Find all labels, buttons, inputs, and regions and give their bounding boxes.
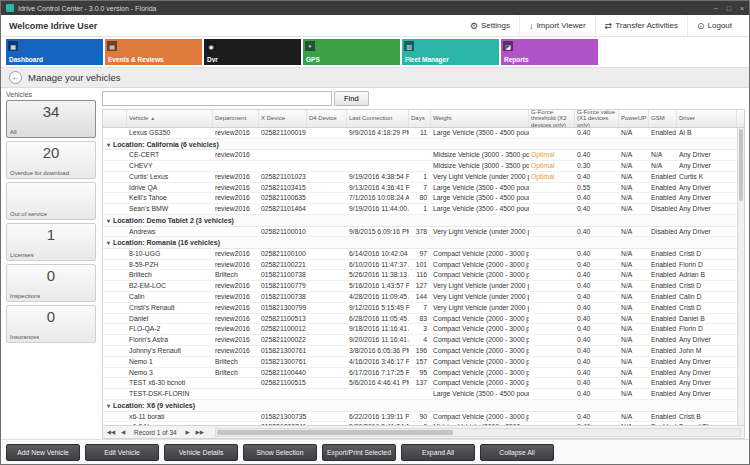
- group-row[interactable]: ▾Location: California (6 vehicles): [103, 139, 737, 151]
- column-header-g-force-value-x1-devices-only-[interactable]: G-Force value (X1 devices only): [575, 110, 619, 127]
- tab-gps[interactable]: ⌖GPS: [303, 39, 400, 65]
- logout-button[interactable]: ⊙Logout: [687, 15, 741, 36]
- export-print-selected-button[interactable]: Export/Print Selected: [322, 444, 396, 461]
- column-header-x-device[interactable]: X Device: [259, 110, 307, 127]
- cell-gforce-value: 0.40: [575, 412, 619, 422]
- column-header-d4-device[interactable]: D4 Device: [307, 110, 347, 127]
- table-row[interactable]: Florin's Astrareview20160258211000229/20…: [103, 335, 737, 346]
- table-row[interactable]: Kelli's Tahoereview20160258211006357/1/2…: [103, 193, 737, 204]
- column-header-department[interactable]: Department: [213, 110, 259, 127]
- vehicles-card-insurances[interactable]: 0Insurances: [6, 305, 96, 343]
- tab-reports[interactable]: ◪Reports: [501, 39, 598, 65]
- table-row[interactable]: 8-59-PZHreview20160258211002216/10/2016 …: [103, 260, 737, 271]
- collapse-arrow-icon[interactable]: ▾: [107, 217, 110, 224]
- cell-indent: [103, 335, 127, 345]
- minimize-icon[interactable]: −: [714, 5, 718, 12]
- cell-department: [213, 389, 259, 399]
- tab-events-reviews[interactable]: ▤Events & Reviews: [105, 39, 202, 65]
- cell-department: review2016: [213, 193, 259, 203]
- collapse-all-button[interactable]: Collapse All: [480, 444, 554, 461]
- cell-x-device: 025821100019: [259, 128, 307, 138]
- transfer-activities-button[interactable]: ⇄Transfer Activities: [595, 15, 687, 36]
- cell-x-device: 025821100010: [259, 227, 307, 237]
- vertical-scrollbar[interactable]: [737, 128, 744, 425]
- column-header-last-connection[interactable]: Last Connection: [347, 110, 409, 127]
- cell-vehicle: Cristi's Renault: [127, 303, 213, 313]
- cell-weight: Very Light Vehicle (under 2000 pounds): [431, 281, 529, 291]
- cell-last-connection: 6/28/2016 11:05:45 AM: [347, 314, 409, 324]
- horizontal-scrollbar[interactable]: [215, 428, 741, 437]
- transfer-icon: ⇄: [605, 21, 613, 31]
- cell-gsm: Enabled: [649, 335, 677, 345]
- show-selection-button[interactable]: Show Selection: [243, 444, 317, 461]
- prev-record-button[interactable]: ◀: [118, 429, 128, 435]
- cell-vehicle: 8-59-PZH: [127, 260, 213, 270]
- cell-x-device: [259, 161, 307, 171]
- cell-indent: [103, 128, 127, 138]
- table-row[interactable]: Danielreview20160258211005136/28/2016 11…: [103, 314, 737, 325]
- table-row[interactable]: Andrews0258211000109/8/2015 6:09:16 PM37…: [103, 227, 737, 238]
- vehicles-card-licenses[interactable]: 1Licenses: [6, 223, 96, 261]
- cell-days: 7: [409, 303, 431, 313]
- first-record-button[interactable]: ◀◀: [106, 429, 116, 435]
- vertical-scrollbar-thumb[interactable]: [739, 129, 743, 201]
- vehicles-card-inspections[interactable]: 0Inspections: [6, 264, 96, 302]
- table-row[interactable]: x6-11 borati0158213007356/22/2016 1:39:1…: [103, 412, 737, 423]
- horizontal-scrollbar-thumb[interactable]: [217, 430, 453, 435]
- table-row[interactable]: Curtis' Lexusreview20160258211010239/19/…: [103, 172, 737, 183]
- column-header-powerup[interactable]: PowerUP: [619, 110, 649, 127]
- tab-dashboard[interactable]: ▦Dashboard: [6, 39, 103, 65]
- table-row[interactable]: FLO-QA-2review20160258211000129/18/2016 …: [103, 324, 737, 335]
- vehicle-details-button[interactable]: Vehicle Details: [164, 444, 238, 461]
- table-row[interactable]: Nemo 3Briltech0258211004406/17/2016 7:17…: [103, 368, 737, 379]
- import-viewer-button[interactable]: ↓Import Viewer: [519, 15, 595, 36]
- tab-dvr[interactable]: ◉Dvr: [204, 39, 301, 65]
- next-record-button[interactable]: ▶: [183, 429, 193, 435]
- cell-weight: Midsize Vehicle (3000 - 3500 pounds): [431, 150, 529, 160]
- cell-days: 196: [409, 346, 431, 356]
- close-icon[interactable]: ×: [740, 5, 744, 12]
- column-header-weight[interactable]: Weight: [431, 110, 529, 127]
- table-row[interactable]: TEST-DSK-FLORINLarge Vehicle (3500 - 450…: [103, 389, 737, 400]
- table-row[interactable]: BriltechBriltech0158211007385/26/2016 11…: [103, 270, 737, 281]
- table-row[interactable]: Johnny's Renaultreview20160158213007613/…: [103, 346, 737, 357]
- collapse-arrow-icon[interactable]: ▾: [107, 239, 110, 246]
- table-row[interactable]: 8-10-UGGreview20160258211001006/14/2016 …: [103, 249, 737, 260]
- column-header-label: Vehicle: [129, 115, 148, 122]
- collapse-arrow-icon[interactable]: ▾: [107, 141, 110, 148]
- maximize-icon[interactable]: □: [727, 5, 731, 12]
- group-row[interactable]: ▾Location: X6 (9 vehicles): [103, 400, 737, 412]
- table-row[interactable]: Calinreview20160158211007384/28/2016 11:…: [103, 292, 737, 303]
- find-button[interactable]: Find: [334, 91, 369, 106]
- last-record-button[interactable]: ▶▶: [195, 429, 205, 435]
- settings-button[interactable]: ⚙Settings: [461, 15, 519, 36]
- column-header-gsm[interactable]: GSM: [649, 110, 677, 127]
- table-row[interactable]: Cristi's Renaultreview20160158213007999/…: [103, 303, 737, 314]
- table-row[interactable]: Lexus GS350review20160258211000199/9/201…: [103, 128, 737, 139]
- table-row[interactable]: Idrive QAreview20160258211034159/13/2016…: [103, 183, 737, 194]
- table-row[interactable]: B2-EM-LOCreview20160158211007795/16/2016…: [103, 281, 737, 292]
- group-row[interactable]: ▾Location: Demo Tablet 2 (3 vehicles): [103, 215, 737, 227]
- column-header-vehicle[interactable]: Vehicle▲: [127, 110, 213, 127]
- table-row[interactable]: Nemo 1Briltech0158213007614/16/2016 3:46…: [103, 357, 737, 368]
- back-button[interactable]: ←: [9, 71, 22, 84]
- column-header-driver[interactable]: Driver: [677, 110, 737, 127]
- search-input[interactable]: [102, 91, 332, 106]
- table-row[interactable]: Sean's BMWreview20160258211014649/19/201…: [103, 204, 737, 215]
- vehicles-card-out-of-service[interactable]: Out of service: [6, 182, 96, 220]
- cell-gforce-value: 0.40: [575, 270, 619, 280]
- table-row[interactable]: CE-CERTreview2016Midsize Vehicle (3000 -…: [103, 150, 737, 161]
- cell-days: 116: [409, 270, 431, 280]
- vehicles-card-all[interactable]: 34All: [6, 100, 96, 138]
- column-header-days[interactable]: Days: [409, 110, 431, 127]
- edit-vehicle-button[interactable]: Edit Vehicle: [85, 444, 159, 461]
- table-row[interactable]: TEST x6-30 bcnoti0258211005155/6/2016 4:…: [103, 378, 737, 389]
- table-row[interactable]: CHEVYMidsize Vehicle (3000 - 3500 pounds…: [103, 161, 737, 172]
- expand-all-button[interactable]: Expand All: [401, 444, 475, 461]
- column-header-g-force-threshold-x2-devices-only-[interactable]: G-Force threshold (X2 devices only): [529, 110, 575, 127]
- collapse-arrow-icon[interactable]: ▾: [107, 402, 110, 409]
- tab-fleet-manager[interactable]: ▥Fleet Manager: [402, 39, 499, 65]
- group-row[interactable]: ▾Location: Romania (16 vehicles): [103, 237, 737, 249]
- add-new-vehicle-button[interactable]: Add New Vehicle: [6, 444, 80, 461]
- vehicles-card-overdue[interactable]: 20Overdue for download: [6, 141, 96, 179]
